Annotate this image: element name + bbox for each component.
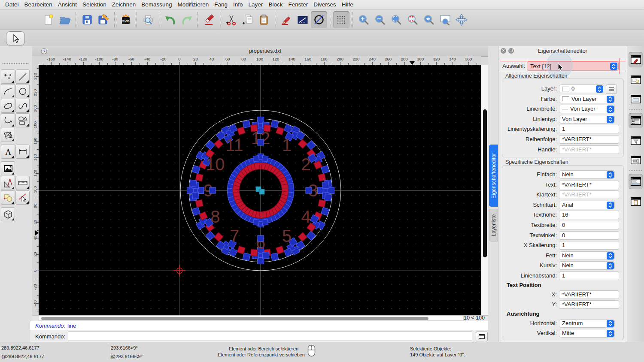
- stepper-icon[interactable]: [607, 262, 614, 269]
- tab-eigenschafteneditor[interactable]: Eigenschafteneditor: [489, 145, 498, 207]
- cut-button[interactable]: [223, 11, 240, 28]
- copy-button[interactable]: [240, 11, 256, 28]
- input-texthöhe[interactable]: 16: [559, 211, 619, 219]
- stepper-icon[interactable]: [607, 106, 614, 113]
- dock-property-editor-button[interactable]: [629, 52, 643, 67]
- selection-pointer-button[interactable]: [6, 31, 25, 45]
- zoom-selection-button[interactable]: [404, 11, 421, 28]
- svg-export-button[interactable]: SVG: [118, 11, 134, 28]
- document-tab-title[interactable]: properties.dxf: [32, 48, 498, 54]
- line-angle-mode-button[interactable]: [295, 11, 311, 28]
- stepper-icon[interactable]: [607, 252, 614, 259]
- menu-item-zeichnen[interactable]: Zeichnen: [112, 1, 136, 8]
- redo-button[interactable]: [179, 11, 195, 28]
- select-linienbreite[interactable]: Von Layer: [559, 105, 615, 113]
- draw-pencil-button[interactable]: [278, 11, 295, 28]
- open-file-button[interactable]: [57, 11, 73, 28]
- stepper-icon[interactable]: [607, 202, 614, 209]
- dock-command-line-button[interactable]: [629, 174, 643, 189]
- menu-item-block[interactable]: Block: [268, 1, 283, 8]
- zoom-out-button[interactable]: [372, 11, 388, 28]
- zoom-auto-button[interactable]: [388, 11, 404, 28]
- menu-item-datei[interactable]: Datei: [5, 1, 19, 8]
- drawing-canvas[interactable]: 123456789101112: [39, 65, 481, 315]
- tool-text[interactable]: A: [1, 145, 15, 159]
- stepper-icon[interactable]: [596, 85, 603, 93]
- stepper-icon[interactable]: [607, 96, 614, 103]
- input-textbreite[interactable]: 0: [559, 221, 619, 229]
- erase-button[interactable]: [201, 11, 217, 28]
- menu-item-fenster[interactable]: Fenster: [288, 1, 308, 8]
- dock-library-browser-button[interactable]: [629, 152, 643, 168]
- stepper-icon[interactable]: [607, 330, 614, 337]
- menu-item-modifizieren[interactable]: Modifizieren: [178, 1, 209, 8]
- paste-button[interactable]: [256, 11, 272, 28]
- select-fett[interactable]: Nein: [559, 251, 615, 260]
- zoom-window-button[interactable]: [437, 11, 453, 28]
- layer-menu-button[interactable]: [606, 84, 617, 94]
- selection-dropdown[interactable]: Text [12]: [527, 61, 619, 71]
- input-x-skalierung[interactable]: 1: [559, 241, 619, 250]
- input-linientypskalierung[interactable]: 1: [559, 125, 619, 133]
- select-linientyp[interactable]: Von Layer: [559, 115, 615, 124]
- input-textwinkel[interactable]: 0: [559, 231, 619, 240]
- tool-hatch[interactable]: [1, 128, 15, 142]
- input-handle[interactable]: *VARIIERT*: [559, 145, 619, 154]
- input-klartext[interactable]: *VARIIERT*: [559, 190, 619, 199]
- circle-tangent-mode-button[interactable]: [311, 11, 327, 28]
- select-vertikal[interactable]: Mitte: [559, 329, 615, 338]
- menu-item-layer[interactable]: Layer: [249, 1, 263, 8]
- menu-item-info[interactable]: Info: [233, 1, 243, 8]
- tool-arc[interactable]: [1, 84, 15, 98]
- horizontal-scrollbar[interactable]: [39, 316, 464, 321]
- menu-item-hilfe[interactable]: Hilfe: [342, 1, 353, 8]
- input-linienabstand[interactable]: 1: [559, 272, 619, 280]
- save-as-button[interactable]: [95, 11, 112, 28]
- select-kursiv[interactable]: Nein: [559, 261, 615, 270]
- dock-selection-filter-button[interactable]: [629, 133, 643, 148]
- print-preview-button[interactable]: [140, 11, 156, 28]
- select-farbe[interactable]: Von Layer: [559, 95, 615, 103]
- dock-block-list-button[interactable]: [629, 72, 643, 87]
- dock-list-panel-button[interactable]: [629, 113, 643, 128]
- tool-image[interactable]: [1, 161, 15, 175]
- menu-item-diverses[interactable]: Diverses: [313, 1, 336, 8]
- undo-button[interactable]: [162, 11, 179, 28]
- stepper-icon[interactable]: [607, 171, 614, 178]
- horizontal-scrollbar-thumb[interactable]: [41, 317, 428, 320]
- grid-toggle-button[interactable]: [333, 11, 349, 28]
- tool-spline[interactable]: [15, 99, 30, 113]
- save-button[interactable]: [79, 11, 95, 28]
- command-panel-button[interactable]: [476, 332, 488, 341]
- tool-polyline[interactable]: [1, 113, 15, 127]
- dock-clipboard-button[interactable]: [629, 194, 643, 209]
- select-einfach[interactable]: Nein: [559, 170, 615, 179]
- new-file-button[interactable]: [40, 11, 57, 28]
- tool-shape[interactable]: [15, 113, 30, 127]
- stepper-icon[interactable]: [607, 320, 614, 327]
- tool-measure[interactable]: [15, 176, 30, 190]
- input-text[interactable]: *VARIIERT*: [559, 181, 619, 189]
- tool-block-edit[interactable]: [1, 190, 15, 205]
- zoom-previous-button[interactable]: [421, 11, 437, 28]
- menu-item-bearbeiten[interactable]: Bearbeiten: [24, 1, 52, 8]
- select-layer[interactable]: 0: [559, 84, 604, 93]
- menu-item-fang[interactable]: Fang: [214, 1, 228, 8]
- tool-dimension[interactable]: [15, 145, 30, 159]
- select-schriftart[interactable]: Arial: [559, 201, 615, 209]
- tool-draft[interactable]: [1, 176, 15, 190]
- menu-item-ansicht[interactable]: Ansicht: [58, 1, 77, 8]
- tab-layerliste[interactable]: Layerliste: [489, 209, 498, 241]
- stepper-icon[interactable]: [607, 116, 614, 123]
- tool-select-contour[interactable]: [15, 190, 30, 205]
- stepper-icon[interactable]: [610, 63, 617, 70]
- zoom-in-button[interactable]: [355, 11, 372, 28]
- menu-item-selektion[interactable]: Selektion: [82, 1, 106, 8]
- tool-solid-3d[interactable]: [1, 207, 15, 221]
- vertical-scrollbar[interactable]: [481, 65, 488, 315]
- input-x[interactable]: *VARIIERT*: [559, 290, 619, 299]
- menu-item-bemassung[interactable]: Bemassung: [141, 1, 172, 8]
- vertical-scrollbar-thumb[interactable]: [483, 109, 487, 257]
- tool-point[interactable]: [1, 69, 15, 84]
- tool-circle[interactable]: [15, 84, 30, 98]
